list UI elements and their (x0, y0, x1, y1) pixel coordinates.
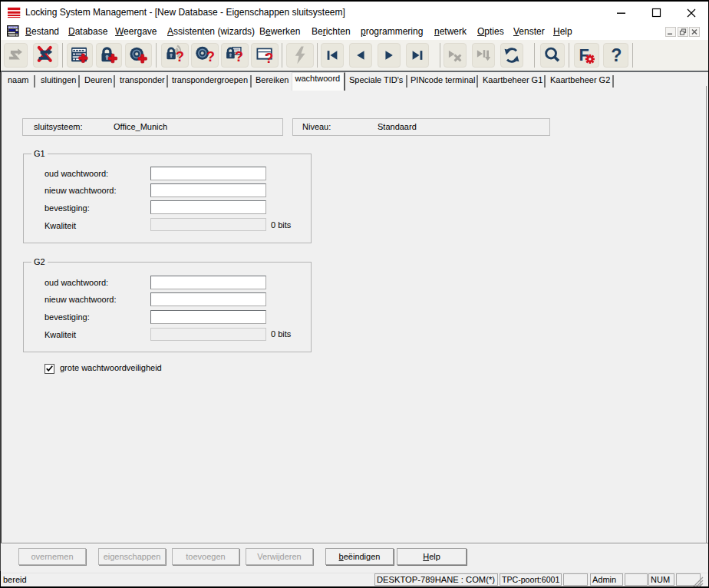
svg-text:?: ? (265, 50, 273, 66)
svg-text:?: ? (235, 48, 243, 64)
svg-text:?: ? (206, 48, 215, 64)
svg-text:?: ? (611, 45, 622, 65)
svg-text:?: ? (176, 48, 184, 64)
